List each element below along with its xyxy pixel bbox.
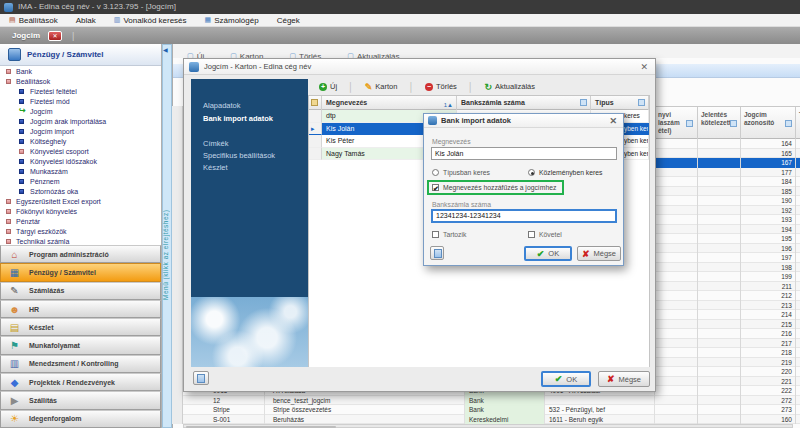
sidebar-item-jogc-m-rak-import-l-sa[interactable]: Jogcím árak importálása <box>0 117 161 127</box>
filter-icon[interactable] <box>638 99 645 106</box>
calculator-button[interactable] <box>430 246 444 260</box>
tab-jogcim[interactable]: Jogcim <box>12 31 40 40</box>
karton-dialog-title: Jogcím - Karton - Edina cég név <box>204 62 311 71</box>
sidebar-item-bank[interactable]: Bank <box>0 67 161 77</box>
column-header-partial-t[interactable]: T <box>795 107 800 140</box>
table-row[interactable]: 27212bence_teszt_jogcimBank <box>183 396 800 406</box>
close-icon[interactable]: ✕ <box>609 116 617 126</box>
sidebar-item-technikai-sz-mla[interactable]: Technikai számla <box>0 237 161 245</box>
sidebar-item-k-nyvel-si-csoport[interactable]: Könyvelési csoport <box>0 147 161 157</box>
sidebar-item-f-k-nyvi-k-nyvel-s[interactable]: Főkönyvi könyvelés <box>0 207 161 217</box>
cell-type: Kereskedelmi <box>465 415 545 425</box>
sidebar-item-fizet-si-felt-tel[interactable]: Fizetési feltétel <box>0 87 161 97</box>
module-icon: ▥ <box>8 357 21 370</box>
module-button-hr[interactable]: ☻HR <box>0 300 161 318</box>
sidebar-item-sztorn-z-s-oka[interactable]: Sztornózás oka <box>0 187 161 197</box>
cancel-button[interactable]: ✘ Mégse <box>577 246 621 261</box>
module-icon: ◆ <box>8 376 21 389</box>
menu-item-label: Vonalkód keresés <box>123 16 186 25</box>
module-label: Számlázás <box>29 287 64 294</box>
kovetel-checkbox[interactable]: Követel <box>528 231 562 238</box>
cancel-button[interactable]: ✘ Mégse <box>598 371 650 387</box>
tab-close-icon[interactable]: ✕ <box>48 31 62 41</box>
sidebar-item-egyszer-s-tett-excel-export[interactable]: Egyszerűsített Excel export <box>0 197 161 207</box>
ok-button[interactable]: ✔ OK <box>524 246 572 261</box>
sidebar-item-munkasz-m[interactable]: Munkaszám <box>0 167 161 177</box>
jogcim-azonosito-value: 219 <box>781 358 792 367</box>
module-label: Program adminisztráció <box>29 251 109 258</box>
karton-toolbar-aktualiz-l-s[interactable]: ↻Aktualizálás <box>477 81 542 92</box>
sidebar-item-jogc-m[interactable]: ↪Jogcím <box>0 107 161 117</box>
module-button-menedzsment-kontrolling[interactable]: ▥Menedzsment / Kontrolling <box>0 355 161 373</box>
module-button-k-szlet[interactable]: ▤Készlet <box>0 318 161 336</box>
table-row[interactable]: 273StripeStripe összevezetésBank532 - Pé… <box>183 405 800 415</box>
module-button-sz-ml-z-s[interactable]: ✎Számlázás <box>0 282 161 300</box>
tree-leaf-bullet-icon <box>19 129 24 134</box>
karton-toolbar--j[interactable]: +Új <box>312 81 344 92</box>
name-input[interactable]: Kis Jolán <box>431 147 617 160</box>
sidebar-item-k-nyvel-si-id-szakok[interactable]: Könyvelési időszakok <box>0 157 161 167</box>
finance-module-icon <box>8 48 21 61</box>
sidebar-item-jogc-m-import[interactable]: Jogcím import <box>0 127 161 137</box>
dialog-icon <box>189 62 199 72</box>
menu-item-sz-mol-g-p[interactable]: ▦Számológép <box>196 14 268 27</box>
menu-item-vonalk-d-keres-s[interactable]: ▥Vonalkód keresés <box>105 14 196 27</box>
module-button-p-nz-gy-sz-mvitel[interactable]: ▦Pénzügy / Számvitel <box>0 263 161 281</box>
tree-leaf-bullet-icon <box>19 179 24 184</box>
jogcim-azonosito-value: 214 <box>781 310 792 319</box>
sidebar-item-p-nzt-r[interactable]: Pénztár <box>0 217 161 227</box>
karton-nav-specifikus-be-ll-t-sok[interactable]: Specifikus beállítások <box>203 151 275 160</box>
module-button-sz-ll-t-s[interactable]: ▶Szállítás <box>0 391 161 409</box>
account-input[interactable]: 12341234-12341234 <box>431 209 617 223</box>
collapse-arrow-icon: ◀ <box>163 47 170 54</box>
table-row[interactable]: 160S-001BeruházásKereskedelmi1611 - Beru… <box>183 415 800 425</box>
module-button-idegenforgalom[interactable]: ☀Idegenforgalom <box>0 410 161 428</box>
sidebar-item-k-lts-ghely[interactable]: Költséghely <box>0 137 161 147</box>
toolbar-button-label: Új <box>330 82 337 91</box>
karton-nav-c-mk-k[interactable]: Címkék <box>203 139 228 148</box>
tree-parent-bullet-icon <box>6 69 11 74</box>
sidebar-item-p-nznem[interactable]: Pénznem <box>0 177 161 187</box>
append-name-checkbox[interactable]: ✔ Megnevezés hozzáfűzés a jogcímhez <box>432 184 556 191</box>
column-header-tipus[interactable]: Típus <box>591 96 649 110</box>
filter-icon[interactable] <box>686 120 693 127</box>
ok-button[interactable]: ✔ OK <box>541 371 591 387</box>
menu-item-ablak[interactable]: Ablak <box>67 14 105 27</box>
tree-item-label: Bank <box>16 68 32 75</box>
menu-item-c-gek[interactable]: Cégek <box>268 14 309 27</box>
module-icon: ☻ <box>8 303 21 316</box>
sidebar-item-t-rgyi-eszk-z-k[interactable]: Tárgyi eszközök <box>0 227 161 237</box>
jogcim-azonosito-value: 215 <box>781 320 792 329</box>
karton-nav-alapadatok[interactable]: Alapadatok <box>203 101 241 110</box>
module-label: Projektek / Rendezvények <box>29 379 115 386</box>
tartozik-checkbox[interactable]: Tartozik <box>432 231 466 238</box>
row-selector-cell: ▸ <box>309 123 322 136</box>
menu-item-be-ll-t-sok[interactable]: ▤Beállítások <box>0 14 67 27</box>
tree-item-label: Pénztár <box>16 218 40 225</box>
module-button-projektek-rendezv-nyek[interactable]: ◆Projektek / Rendezvények <box>0 373 161 391</box>
column-header-jelentes[interactable]: Jelentés kötelezett <box>697 107 740 140</box>
filter-icon[interactable] <box>785 120 792 127</box>
partial-header-line: laszám <box>658 119 680 127</box>
column-header-megnevezes[interactable]: Megnevezés 1▲ <box>322 96 457 110</box>
module-button-program-adminisztr-ci-[interactable]: ⌂Program adminisztráció <box>0 245 161 263</box>
close-icon[interactable]: ✕ <box>640 62 648 72</box>
toolbar-separator: │ <box>468 82 474 92</box>
calculator-button[interactable] <box>193 371 209 385</box>
sort-indicator: 1▲ <box>444 98 453 110</box>
jogcim-azonosito-value: 177 <box>781 168 792 177</box>
radio-kozlemenyben-keres[interactable]: Közleményben keres <box>528 169 602 176</box>
karton-nav-k-szlet[interactable]: Készlet <box>203 163 228 172</box>
filter-icon[interactable] <box>580 99 587 106</box>
column-header-jogcim-azonosito[interactable]: Jogcím azonosító <box>740 107 795 140</box>
radio-tipusban-keres[interactable]: Típusban keres <box>432 169 490 176</box>
törlés-icon: − <box>425 83 433 91</box>
horizontal-scrollbar[interactable] <box>183 424 793 428</box>
karton-nav-bank-import-adatok[interactable]: Bank import adatok <box>203 114 273 123</box>
module-button-munkafolyamat[interactable]: ⚑Munkafolyamat <box>0 336 161 354</box>
karton-toolbar-karton[interactable]: ✎Karton <box>358 81 405 92</box>
sidebar-item-be-ll-t-sok[interactable]: Beállítások <box>0 77 161 87</box>
filter-icon[interactable] <box>730 120 737 127</box>
column-header-bankszamla[interactable]: Bankszámla száma <box>457 96 591 110</box>
karton-toolbar-t-rl-s[interactable]: −Törlés <box>418 81 464 92</box>
